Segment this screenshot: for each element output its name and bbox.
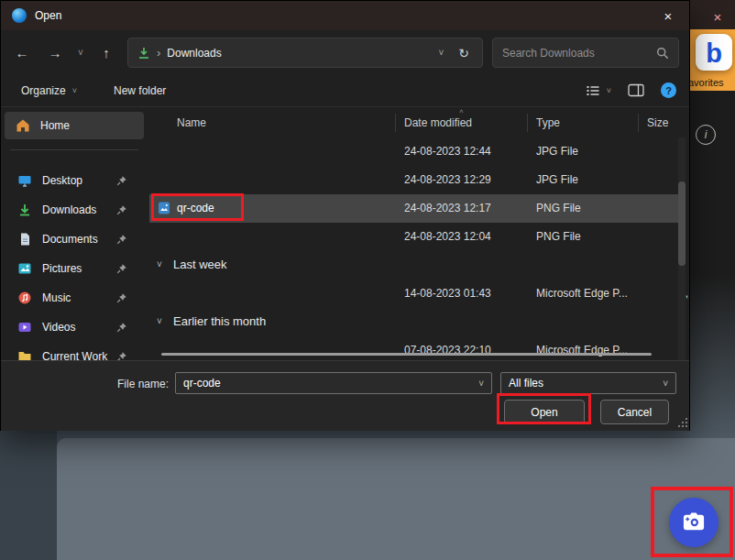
group-label: Last week <box>173 258 227 271</box>
sidebar-item-documents[interactable]: Documents <box>1 225 149 254</box>
recent-locations-chevron-icon[interactable]: ˅ <box>71 38 91 66</box>
file-type-dropdown[interactable]: All files ˅ <box>500 372 676 394</box>
address-bar[interactable]: › Downloads ˅ ↻ <box>127 38 483 68</box>
open-file-dialog: Open × ← → ˅ ↑ › Downloads ˅ ↻ <box>0 0 690 431</box>
file-row[interactable]: 24-08-2023 12:44 JPG File 2 <box>149 137 678 166</box>
sidebar-item-label: Current Work <box>42 350 107 360</box>
bing-logo[interactable]: b <box>696 34 732 71</box>
browser-side-strip-lower <box>690 275 735 438</box>
browser-side-strip <box>690 91 735 275</box>
home-icon <box>16 118 30 133</box>
pin-icon <box>116 263 127 274</box>
file-row[interactable]: 24-08-2023 12:29 JPG File <box>149 166 678 194</box>
downloads-breadcrumb-icon <box>137 47 150 60</box>
file-date: 24-08-2023 12:29 <box>404 173 491 186</box>
file-date: 24-08-2023 12:17 <box>404 202 491 214</box>
group-header-earlier-this-month[interactable]: ˅ Earlier this month <box>149 308 678 336</box>
sidebar-item-videos[interactable]: Videos <box>1 313 149 342</box>
vertical-scrollbar-thumb[interactable] <box>678 181 686 266</box>
column-divider[interactable] <box>527 114 528 132</box>
sidebar-item-current-work[interactable]: Current Work <box>1 342 149 360</box>
file-row[interactable]: 14-08-2023 01:43 Microsoft Edge P... 1, <box>149 280 678 308</box>
file-row[interactable]: 07-08-2023 22:10 Microsoft Edge P... <box>149 336 678 360</box>
file-type-chevron-icon[interactable]: ˅ <box>663 379 668 389</box>
file-type: PNG File <box>536 202 581 214</box>
favorites-label: avorites <box>688 77 735 88</box>
sidebar-item-label: Home <box>40 119 70 132</box>
help-button[interactable]: ? <box>661 82 676 98</box>
resize-grip[interactable] <box>678 418 689 429</box>
file-type-value: All files <box>509 377 543 390</box>
file-date: 14-08-2023 01:43 <box>404 287 491 300</box>
column-header-name[interactable]: Name <box>177 116 206 129</box>
pictures-icon <box>17 261 32 276</box>
forward-icon[interactable]: → <box>41 38 69 66</box>
sidebar-item-label: Videos <box>42 321 75 334</box>
file-date: 24-08-2023 12:44 <box>404 145 491 158</box>
videos-icon <box>17 320 32 335</box>
breadcrumb[interactable]: Downloads <box>167 47 221 60</box>
browser-page-panel <box>57 438 735 560</box>
music-icon <box>17 291 32 305</box>
organize-button[interactable]: Organize ˅ <box>21 84 77 97</box>
dialog-close-button[interactable]: × <box>647 1 689 30</box>
file-row[interactable]: 24-08-2023 12:04 PNG File <box>149 223 678 251</box>
group-collapse-chevron-icon[interactable]: ˅ <box>157 316 162 326</box>
preview-pane-button[interactable] <box>628 83 644 97</box>
cancel-button[interactable]: Cancel <box>600 400 669 424</box>
desktop-icon <box>17 173 32 188</box>
dialog-sidebar: Home Desktop <box>1 107 149 360</box>
up-icon[interactable]: ↑ <box>93 38 120 66</box>
pin-icon <box>116 175 127 186</box>
search-input[interactable] <box>502 47 656 60</box>
file-name-chevron-icon[interactable]: ˅ <box>478 379 484 389</box>
back-icon[interactable]: ← <box>8 38 36 66</box>
view-list-icon <box>586 83 600 98</box>
column-divider[interactable] <box>395 114 396 132</box>
sidebar-item-label: Music <box>42 291 71 304</box>
view-options-button[interactable]: ˅ <box>586 83 611 98</box>
info-icon[interactable]: i <box>696 125 716 145</box>
sidebar-item-pictures[interactable]: Pictures <box>1 254 149 283</box>
file-name-combobox[interactable]: ˅ <box>175 372 492 394</box>
dialog-title: Open <box>35 9 61 22</box>
pin-icon <box>116 234 127 245</box>
group-header-last-week[interactable]: ˅ Last week <box>149 251 678 280</box>
column-header-size[interactable]: Size <box>647 116 668 129</box>
pin-icon <box>116 204 127 215</box>
sidebar-item-downloads[interactable]: Downloads <box>1 195 149 225</box>
horizontal-scrollbar[interactable] <box>161 353 652 356</box>
pin-icon <box>116 351 127 360</box>
sidebar-item-label: Downloads <box>42 203 96 216</box>
folder-icon <box>17 349 32 360</box>
group-collapse-chevron-icon[interactable]: ˅ <box>157 259 162 269</box>
documents-icon <box>17 232 32 247</box>
file-date: 24-08-2023 12:04 <box>404 230 491 243</box>
new-folder-button[interactable]: New folder <box>114 84 166 97</box>
bing-logo-letter: b <box>706 38 722 67</box>
new-folder-label: New folder <box>114 84 166 97</box>
column-header-type[interactable]: Type <box>536 116 560 129</box>
column-divider[interactable] <box>638 114 639 132</box>
column-header-date[interactable]: Date modified <box>404 116 472 129</box>
address-dropdown-chevron-icon[interactable]: ˅ <box>438 48 444 58</box>
file-name-input[interactable] <box>183 377 478 390</box>
refresh-icon[interactable]: ↻ <box>458 46 469 60</box>
browser-close-icon[interactable]: × <box>707 5 729 27</box>
dialog-titlebar: Open <box>1 1 689 30</box>
sidebar-item-music[interactable]: Music <box>1 283 149 313</box>
preview-pane-icon <box>628 83 644 97</box>
sidebar-item-home[interactable]: Home <box>5 112 144 139</box>
app-icon <box>12 8 27 23</box>
file-list: Name ˄ Date modified Type Size 24-08-202… <box>149 107 691 360</box>
dialog-toolbar: Organize ˅ New folder ˅ <box>1 74 689 107</box>
search-box[interactable] <box>492 38 679 68</box>
sidebar-item-desktop[interactable]: Desktop <box>1 166 149 195</box>
search-icon[interactable] <box>656 47 669 60</box>
group-label: Earlier this month <box>173 314 266 328</box>
sidebar-item-label: Documents <box>42 233 98 246</box>
file-type: JPG File <box>536 145 578 158</box>
browser-background-left <box>0 431 57 560</box>
downloads-icon <box>17 203 32 217</box>
sidebar-item-label: Desktop <box>42 174 82 187</box>
